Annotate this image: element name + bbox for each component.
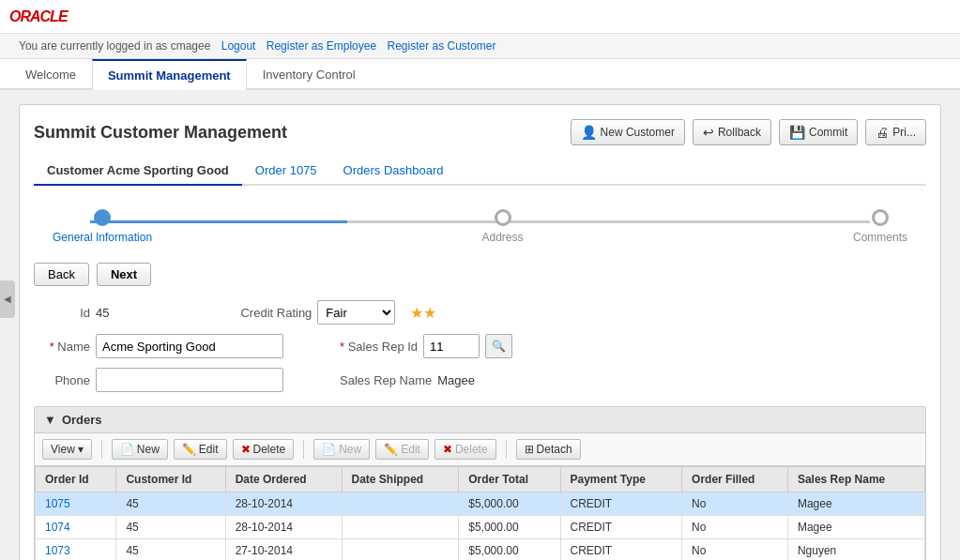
orders-toolbar: View ▾ 📄 New ✏️ Edit ✖ Delete — [35, 433, 925, 466]
field-sales-rep-name: Sales Rep Name Magee — [340, 373, 475, 387]
delete-icon-2: ✖ — [443, 443, 452, 456]
table-cell[interactable]: 1073 — [36, 539, 116, 561]
back-button[interactable]: Back — [34, 263, 89, 286]
tab-inventory[interactable]: Inventory Control — [247, 59, 372, 90]
sales-rep-id-input[interactable] — [423, 334, 480, 358]
detach-icon: ⊞ — [525, 443, 534, 456]
next-button[interactable]: Next — [97, 263, 151, 286]
edit-label-2: Edit — [401, 443, 420, 456]
form-row-id-credit: Id 45 Credit Rating Fair Excellent Good … — [34, 300, 926, 325]
orders-section: ▼ Orders View ▾ 📄 New ✏️ Edit ✖ — [34, 406, 926, 560]
collapse-icon[interactable]: ▼ — [44, 413, 56, 427]
step-label-comments: Comments — [853, 231, 907, 244]
col-payment-type: Payment Type — [560, 467, 682, 492]
rollback-icon: ↩ — [703, 125, 714, 140]
step-label-address: Address — [482, 231, 524, 244]
panel: Summit Customer Management 👤 New Custome… — [19, 104, 941, 560]
col-date-ordered: Date Ordered — [225, 467, 342, 492]
tab-summit[interactable]: Summit Management — [92, 59, 247, 90]
commit-button[interactable]: 💾 Commit — [779, 119, 858, 145]
register-employee-link[interactable]: Register as Employee — [267, 39, 376, 53]
top-bar: ORACLE — [0, 0, 960, 34]
delete-order-button-2[interactable]: ✖ Delete — [434, 439, 496, 460]
delete-icon-1: ✖ — [241, 443, 251, 456]
phone-label: Phone — [34, 373, 90, 387]
table-cell — [342, 516, 459, 539]
new-order-label-1: New — [137, 443, 160, 456]
new-order-icon-2: 📄 — [322, 443, 336, 456]
edit-order-button-1[interactable]: ✏️ Edit — [174, 439, 227, 460]
register-customer-link[interactable]: Register as Customer — [387, 39, 495, 53]
step-circle-comments — [872, 209, 889, 226]
step-circle-address — [495, 209, 511, 226]
new-order-button-2[interactable]: 📄 New — [313, 439, 370, 460]
table-cell — [342, 492, 459, 516]
panel-title: Summit Customer Management — [34, 123, 287, 143]
field-id: Id 45 — [34, 306, 109, 320]
rollback-button[interactable]: ↩ Rollback — [693, 119, 771, 145]
detach-button[interactable]: ⊞ Detach — [516, 439, 581, 460]
print-label: Pri... — [892, 126, 916, 139]
tab-orders-dashboard[interactable]: Orders Dashboard — [330, 157, 457, 186]
print-button[interactable]: 🖨 Pri... — [865, 119, 926, 145]
tab-order1075[interactable]: Order 1075 — [242, 157, 330, 186]
new-order-button-1[interactable]: 📄 New — [112, 439, 168, 460]
table-row[interactable]: 10754528-10-2014$5,000.00CREDITNoMagee — [36, 492, 925, 516]
field-credit-rating: Credit Rating Fair Excellent Good Poor ★… — [240, 300, 436, 325]
stars-display: ★★ — [410, 304, 436, 322]
table-cell: No — [682, 539, 788, 561]
delete-order-button-1[interactable]: ✖ Delete — [233, 439, 295, 460]
table-cell: 45 — [116, 539, 225, 561]
new-customer-label: New Customer — [601, 126, 675, 139]
new-order-icon-1: 📄 — [120, 443, 134, 456]
separator-3 — [506, 440, 507, 459]
table-row[interactable]: 10744528-10-2014$5,000.00CREDITNoMagee — [36, 516, 925, 539]
table-cell: Magee — [787, 516, 924, 539]
table-row[interactable]: 10734527-10-2014$5,000.00CREDITNoNguyen — [36, 539, 925, 561]
name-label: Name — [34, 340, 90, 354]
delete-label-1: Delete — [253, 443, 286, 456]
step-general[interactable]: General Information — [53, 209, 152, 244]
inner-tabs: Customer Acme Sporting Good Order 1075 O… — [34, 157, 926, 186]
sales-rep-search-button[interactable]: 🔍 — [485, 334, 512, 358]
stepper-steps: General Information Address Comments — [53, 209, 907, 244]
name-input[interactable] — [96, 334, 283, 358]
table-cell: 28-10-2014 — [225, 492, 342, 516]
table-cell[interactable]: 1074 — [36, 516, 116, 539]
panel-actions: 👤 New Customer ↩ Rollback 💾 Commit 🖨 Pri… — [571, 119, 926, 145]
table-cell: CREDIT — [560, 516, 682, 539]
table-cell[interactable]: 1075 — [36, 492, 116, 516]
edit-icon-2: ✏️ — [384, 443, 398, 456]
orders-title: Orders — [62, 413, 102, 427]
step-address[interactable]: Address — [482, 209, 524, 244]
phone-input[interactable] — [96, 368, 283, 392]
table-cell: 45 — [116, 492, 225, 516]
orders-header: ▼ Orders — [35, 407, 925, 433]
sales-rep-name-label: Sales Rep Name — [340, 373, 432, 387]
print-icon: 🖨 — [876, 125, 889, 140]
detach-label: Detach — [537, 443, 572, 456]
tab-customer[interactable]: Customer Acme Sporting Good — [34, 157, 242, 186]
field-sales-rep-id: Sales Rep Id 🔍 — [340, 334, 512, 358]
edit-order-button-2[interactable]: ✏️ Edit — [375, 439, 429, 460]
step-comments[interactable]: Comments — [853, 209, 907, 244]
table-cell: $5,000.00 — [459, 539, 560, 561]
commit-label: Commit — [809, 126, 847, 139]
new-customer-icon: 👤 — [581, 125, 597, 140]
separator-1 — [101, 440, 102, 459]
view-button[interactable]: View ▾ — [42, 439, 92, 460]
step-label-general: General Information — [53, 231, 152, 244]
tab-welcome[interactable]: Welcome — [9, 59, 92, 90]
form-row-phone-salesrepname: Phone Sales Rep Name Magee — [34, 368, 926, 392]
nav-buttons: Back Next — [34, 263, 926, 286]
new-customer-button[interactable]: 👤 New Customer — [571, 119, 685, 145]
sidebar-handle[interactable]: ◀ — [0, 280, 15, 318]
logout-link[interactable]: Logout — [221, 39, 256, 53]
credit-rating-label: Credit Rating — [240, 306, 312, 320]
credit-rating-select[interactable]: Fair Excellent Good Poor — [317, 300, 395, 325]
form-section: Id 45 Credit Rating Fair Excellent Good … — [34, 300, 926, 392]
col-order-id: Order Id — [36, 467, 116, 492]
sales-rep-id-label: Sales Rep Id — [340, 340, 418, 354]
id-value: 45 — [96, 306, 109, 320]
form-row-name-salesrep: Name Sales Rep Id 🔍 — [34, 334, 926, 358]
